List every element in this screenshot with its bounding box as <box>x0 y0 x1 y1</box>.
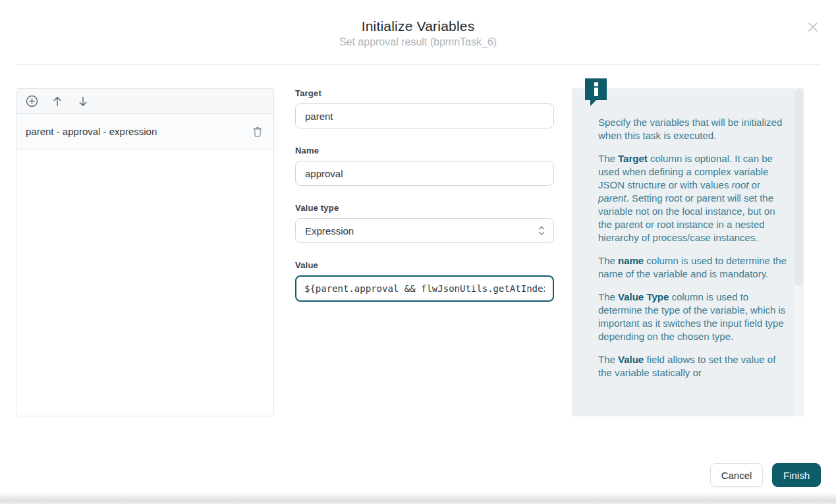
info-paragraph: Specify the variables that will be initi… <box>598 116 787 142</box>
trash-icon <box>252 126 263 138</box>
chevron-up-down-icon <box>538 225 545 236</box>
variable-list-item-label: parent - approval - expression <box>26 126 251 137</box>
delete-variable-button[interactable] <box>251 125 264 138</box>
finish-button[interactable]: Finish <box>772 463 821 487</box>
info-panel: Specify the variables that will be initi… <box>572 88 804 416</box>
page-title: Initialize Variables <box>0 18 836 34</box>
list-toolbar <box>16 89 273 114</box>
arrow-down-icon <box>78 96 88 107</box>
move-up-button[interactable] <box>50 94 65 109</box>
field-value-type: Value type Expression <box>295 203 554 243</box>
name-label: Name <box>295 146 554 156</box>
initialize-variables-dialog: Initialize Variables Set approval result… <box>0 0 836 504</box>
info-paragraph: The name column is used to determine the… <box>598 254 787 281</box>
info-scrollbar-track <box>794 88 804 416</box>
target-label: Target <box>295 88 554 99</box>
info-icon <box>585 78 607 100</box>
value-type-select[interactable]: Expression <box>295 218 554 243</box>
info-paragraphs: Specify the variables that will be initi… <box>598 116 787 416</box>
info-paragraph: The Target column is optional. It can be… <box>598 152 787 244</box>
arrow-up-icon <box>52 96 63 107</box>
value-expression-input[interactable] <box>295 275 554 302</box>
add-variable-button[interactable] <box>24 94 39 109</box>
plus-circle-icon <box>26 95 38 107</box>
page-subtitle: Set approval result (bpmnTask_6) <box>0 36 836 48</box>
cancel-button[interactable]: Cancel <box>710 463 763 487</box>
name-input[interactable] <box>295 161 554 186</box>
variables-list-panel: parent - approval - expression <box>16 88 274 416</box>
header-divider <box>16 64 820 65</box>
value-type-label: Value type <box>295 203 554 213</box>
value-type-selected-option: Expression <box>305 225 354 237</box>
target-input[interactable] <box>295 103 554 128</box>
variable-list-item[interactable]: parent - approval - expression <box>16 114 273 150</box>
field-target: Target <box>295 88 554 128</box>
info-paragraph: The Value field allows to set the value … <box>598 353 787 379</box>
field-name: Name <box>295 146 554 186</box>
info-paragraph: The Value Type column is used to determi… <box>598 291 787 343</box>
dialog-bottom-shadow <box>0 493 836 504</box>
info-scrollbar-thumb[interactable] <box>794 88 804 286</box>
close-icon[interactable] <box>806 20 820 34</box>
move-down-button[interactable] <box>76 94 90 109</box>
field-value: Value <box>295 260 554 302</box>
value-label: Value <box>295 260 554 271</box>
